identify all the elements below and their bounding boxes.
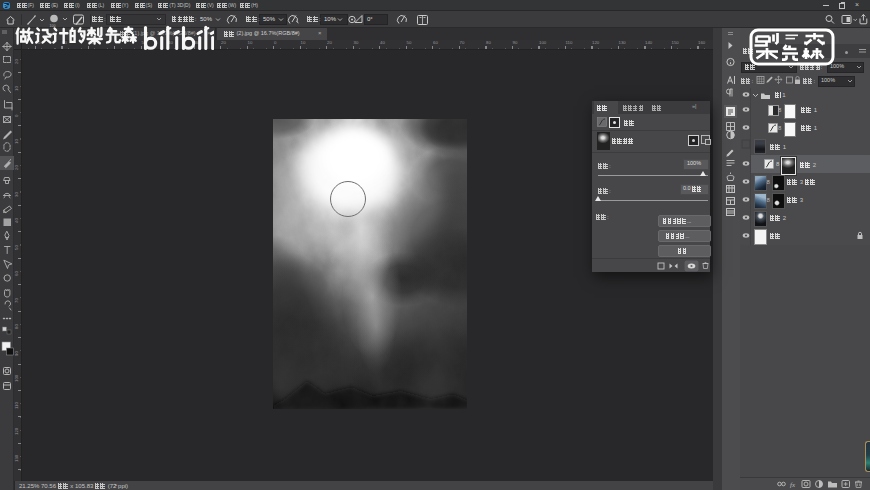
svg-text:fx: fx xyxy=(790,481,796,489)
